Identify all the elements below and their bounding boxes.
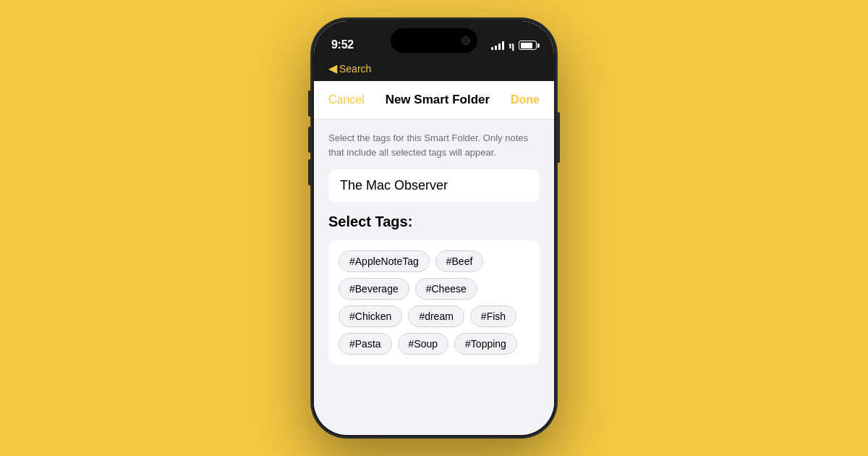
tag-pill[interactable]: #AppleNoteTag <box>339 250 430 272</box>
camera-dot <box>461 36 470 45</box>
tag-pill[interactable]: #Topping <box>454 333 517 355</box>
cancel-button[interactable]: Cancel <box>328 93 365 106</box>
battery-icon <box>519 41 537 50</box>
back-button[interactable]: ◀ Search <box>328 62 371 75</box>
tag-pill[interactable]: #Chicken <box>339 305 402 327</box>
status-bar: 9:52 𝛈 <box>314 21 554 57</box>
folder-name-value: The Mac Observer <box>340 178 448 193</box>
modal-title: New Smart Folder <box>386 93 490 107</box>
tag-pill[interactable]: #dream <box>408 305 464 327</box>
dynamic-island <box>391 28 477 53</box>
signal-icon <box>491 41 504 50</box>
folder-name-field[interactable]: The Mac Observer <box>328 169 540 202</box>
select-tags-label: Select Tags: <box>328 214 540 230</box>
wifi-icon: 𝛈 <box>509 39 514 51</box>
tag-pill[interactable]: #Beverage <box>339 278 409 300</box>
back-label: Search <box>339 63 371 75</box>
tag-pill[interactable]: #Pasta <box>339 333 392 355</box>
phone-frame: 9:52 𝛈 ◀ Search <box>311 18 557 438</box>
status-icons: 𝛈 <box>491 39 537 51</box>
modal-description: Select the tags for this Smart Folder. O… <box>328 131 540 159</box>
nav-bar: ◀ Search <box>314 57 554 81</box>
screen-content: Cancel New Smart Folder Done Select the … <box>314 81 554 426</box>
tag-pill[interactable]: #Cheese <box>415 278 477 300</box>
modal-content: Select the tags for this Smart Folder. O… <box>314 119 554 376</box>
back-chevron-icon: ◀ <box>328 62 337 75</box>
tag-pill[interactable]: #Fish <box>470 305 516 327</box>
modal-header: Cancel New Smart Folder Done <box>314 81 554 119</box>
phone-screen: 9:52 𝛈 ◀ Search <box>314 21 554 435</box>
done-button[interactable]: Done <box>511 93 540 106</box>
tag-pill[interactable]: #Beef <box>435 250 484 272</box>
tags-container: #AppleNoteTag#Beef#Beverage#Cheese#Chick… <box>328 240 540 365</box>
tag-pill[interactable]: #Soup <box>398 333 448 355</box>
status-time: 9:52 <box>331 38 354 51</box>
